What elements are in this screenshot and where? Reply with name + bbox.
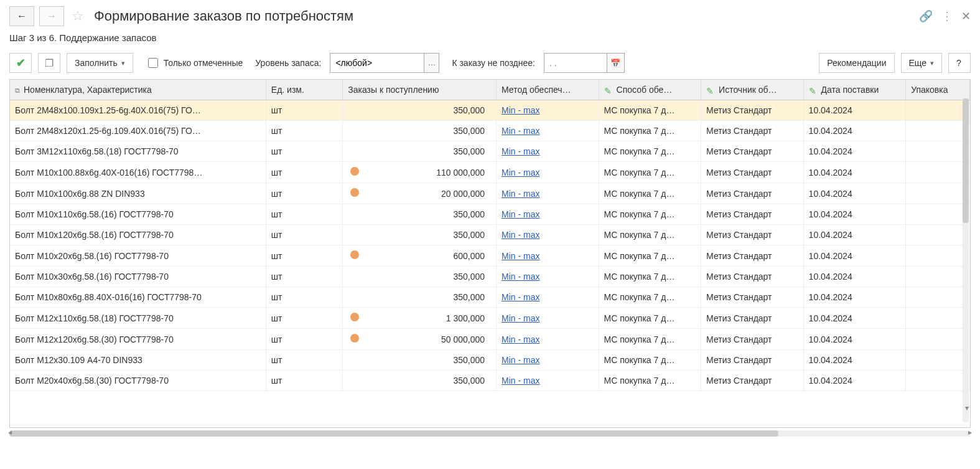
table-row[interactable]: Болт М20х40х6g.58.(30) ГОСТ7798-70 шт 35… (10, 371, 970, 391)
table-row[interactable]: Болт М10х100х6g.88 ZN DIN933 шт 20 000,0… (10, 183, 970, 204)
favorite-star-icon[interactable]: ☆ (72, 8, 84, 24)
col-name-header[interactable]: ⧉Номенклатура, Характеристика (10, 80, 266, 100)
scroll-down-arrow-icon[interactable]: ▾ (965, 404, 969, 412)
help-label: ? (956, 58, 961, 68)
table-row[interactable]: Болт М10х30х6g.58.(16) ГОСТ7798-70 шт 35… (10, 267, 970, 287)
method-link[interactable]: Min - max (502, 251, 539, 261)
cell-method: Min - max (497, 287, 599, 308)
table-row[interactable]: Болт М10х20х6g.58.(16) ГОСТ7798-70 шт 60… (10, 245, 970, 267)
cell-method: Min - max (497, 371, 599, 391)
cell-source: Метиз Стандарт (701, 141, 804, 162)
date-input[interactable] (544, 54, 607, 72)
cell-method: Min - max (497, 204, 599, 225)
close-icon[interactable]: ✕ (961, 9, 971, 23)
cell-method: Min - max (497, 308, 599, 329)
cell-orders: 600,000 (343, 245, 497, 267)
recommendations-button[interactable]: Рекомендации (819, 53, 894, 73)
cell-name: Болт М20х40х6g.58.(30) ГОСТ7798-70 (10, 371, 266, 391)
copy-button[interactable]: ❐ (38, 53, 60, 73)
method-link[interactable]: Min - max (502, 189, 539, 199)
scroll-left-arrow-icon[interactable]: ◂ (8, 428, 12, 437)
cell-date: 10.04.2024 (803, 371, 906, 391)
only-checked-checkbox[interactable] (148, 58, 158, 68)
method-link[interactable]: Min - max (502, 105, 539, 115)
cell-unit: шт (266, 308, 342, 329)
col-unit-header[interactable]: Ед. изм. (266, 80, 342, 100)
method-link[interactable]: Min - max (502, 292, 539, 302)
link-icon[interactable]: 🔗 (919, 9, 933, 23)
cell-way: МС покупка 7 д… (599, 204, 701, 225)
vertical-scrollbar[interactable] (963, 98, 969, 422)
vertical-scrollbar-thumb[interactable] (963, 98, 969, 223)
back-button[interactable]: ← (9, 6, 34, 26)
stock-level-input[interactable] (330, 54, 424, 72)
more-label: Еще (909, 58, 927, 68)
orders-table-wrap: ⧉Номенклатура, Характеристика Ед. изм. З… (9, 79, 971, 428)
hierarchy-icon: ⧉ (15, 87, 20, 94)
col-method-header[interactable]: Метод обеспеч… (497, 80, 599, 100)
fill-button[interactable]: Заполнить ▾ (67, 53, 133, 73)
table-row[interactable]: Болт М10х110х6g.58.(16) ГОСТ7798-70 шт 3… (10, 204, 970, 225)
col-source-header[interactable]: ✎Источник об… (701, 80, 804, 100)
method-link[interactable]: Min - max (502, 313, 539, 323)
cell-orders: 350,000 (343, 267, 497, 287)
forward-button[interactable]: → (39, 6, 64, 26)
method-link[interactable]: Min - max (502, 355, 539, 365)
method-link[interactable]: Min - max (502, 168, 539, 178)
table-row[interactable]: Болт М10х100.88х6g.40Х-016(16) ГОСТ7798…… (10, 162, 970, 183)
kebab-menu-icon[interactable]: ⋮ (941, 9, 953, 23)
table-row[interactable]: Болт М12х120х6g.58.(30) ГОСТ7798-70 шт 5… (10, 329, 970, 350)
cell-unit: шт (266, 225, 342, 245)
more-button[interactable]: Еще ▾ (901, 53, 943, 73)
cell-source: Метиз Стандарт (701, 267, 804, 287)
method-link[interactable]: Min - max (502, 230, 539, 240)
cell-orders: 350,000 (343, 371, 497, 391)
cell-pack (906, 162, 970, 183)
table-row[interactable]: Болт 2М48х120х1.25-6g.109.40Х.016(75) ГО… (10, 121, 970, 141)
calendar-icon[interactable]: 📅 (607, 54, 624, 72)
method-link[interactable]: Min - max (502, 376, 539, 386)
method-link[interactable]: Min - max (502, 272, 539, 282)
table-row[interactable]: Болт М12х110х6g.58.(18) ГОСТ7798-70 шт 1… (10, 308, 970, 329)
col-date-header[interactable]: ✎Дата поставки (803, 80, 906, 100)
order-before-date[interactable]: 📅 (544, 53, 625, 73)
horizontal-scrollbar[interactable]: ◂ ▸ (9, 430, 971, 437)
table-row[interactable]: Болт М10х120х6g.58.(16) ГОСТ7798-70 шт 3… (10, 225, 970, 245)
cell-source: Метиз Стандарт (701, 245, 804, 267)
cell-pack (906, 204, 970, 225)
scroll-right-arrow-icon[interactable]: ▸ (968, 428, 972, 437)
pencil-icon: ✎ (604, 86, 613, 95)
cell-method: Min - max (497, 267, 599, 287)
cell-orders: 350,000 (343, 121, 497, 141)
col-pack-header[interactable]: Упаковка (906, 80, 970, 100)
col-orders-header[interactable]: Заказы к поступлению (343, 80, 497, 100)
fill-label: Заполнить (75, 58, 118, 68)
horizontal-scrollbar-thumb[interactable] (9, 430, 778, 437)
table-row[interactable]: Болт М10х80х6g.88.40Х-016(16) ГОСТ7798-7… (10, 287, 970, 308)
method-link[interactable]: Min - max (502, 209, 539, 219)
select-dots-icon[interactable]: … (424, 54, 439, 72)
table-row[interactable]: Болт 2М48х100.109х1.25-6g.40Х.016(75) ГО… (10, 100, 970, 121)
table-row[interactable]: Болт М12х30.109 А4-70 DIN933 шт 350,000 … (10, 350, 970, 371)
cell-method: Min - max (497, 162, 599, 183)
cell-method: Min - max (497, 121, 599, 141)
cell-date: 10.04.2024 (803, 141, 906, 162)
help-button[interactable]: ? (948, 53, 971, 73)
method-link[interactable]: Min - max (502, 126, 539, 136)
method-link[interactable]: Min - max (502, 146, 539, 156)
cell-method: Min - max (497, 329, 599, 350)
cell-date: 10.04.2024 (803, 287, 906, 308)
cell-pack (906, 350, 970, 371)
method-link[interactable]: Min - max (502, 334, 539, 344)
check-all-button[interactable]: ✔ (9, 53, 32, 73)
check-icon: ✔ (16, 56, 26, 70)
cell-source: Метиз Стандарт (701, 162, 804, 183)
only-checked-wrap[interactable]: Только отмеченные (146, 56, 243, 70)
table-row[interactable]: Болт 3М12х110х6g.58.(18) ГОСТ7798-70 шт … (10, 141, 970, 162)
stock-level-select[interactable]: … (330, 53, 439, 73)
cell-orders: 350,000 (343, 225, 497, 245)
col-way-header[interactable]: ✎Способ обе… (599, 80, 701, 100)
cell-orders: 350,000 (343, 350, 497, 371)
cell-way: МС покупка 7 д… (599, 267, 701, 287)
cell-source: Метиз Стандарт (701, 204, 804, 225)
